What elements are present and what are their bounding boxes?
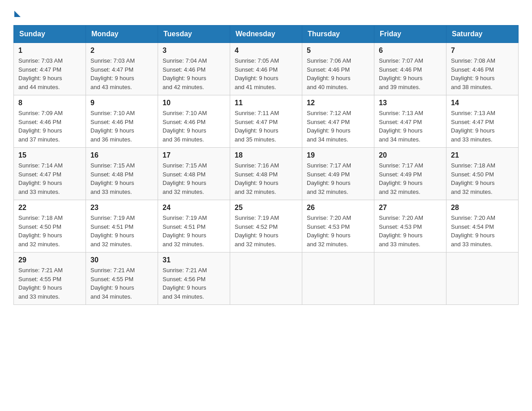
day-info: Sunrise: 7:20 AM Sunset: 4:54 PM Dayligh… xyxy=(451,214,514,248)
day-info: Sunrise: 7:19 AM Sunset: 4:51 PM Dayligh… xyxy=(163,214,225,248)
calendar-cell: 20 Sunrise: 7:17 AM Sunset: 4:49 PM Dayl… xyxy=(374,148,446,200)
calendar-cell: 28 Sunrise: 7:20 AM Sunset: 4:54 PM Dayl… xyxy=(446,200,519,253)
header-wednesday: Wednesday xyxy=(230,26,302,43)
day-number: 18 xyxy=(235,151,297,159)
calendar-cell: 5 Sunrise: 7:06 AM Sunset: 4:46 PM Dayli… xyxy=(302,43,374,95)
day-number: 7 xyxy=(451,47,514,55)
week-row-4: 22 Sunrise: 7:18 AM Sunset: 4:50 PM Dayl… xyxy=(14,200,519,253)
day-info: Sunrise: 7:17 AM Sunset: 4:49 PM Dayligh… xyxy=(307,161,369,196)
day-number: 10 xyxy=(163,99,225,107)
day-info: Sunrise: 7:18 AM Sunset: 4:50 PM Dayligh… xyxy=(18,214,81,248)
calendar-cell: 1 Sunrise: 7:03 AM Sunset: 4:47 PM Dayli… xyxy=(14,43,86,95)
day-number: 22 xyxy=(18,204,81,212)
calendar-cell: 15 Sunrise: 7:14 AM Sunset: 4:47 PM Dayl… xyxy=(14,148,86,200)
day-number: 26 xyxy=(307,204,369,212)
calendar-cell: 13 Sunrise: 7:13 AM Sunset: 4:47 PM Dayl… xyxy=(374,95,446,148)
day-info: Sunrise: 7:18 AM Sunset: 4:50 PM Dayligh… xyxy=(451,161,514,196)
calendar-cell: 9 Sunrise: 7:10 AM Sunset: 4:46 PM Dayli… xyxy=(86,95,158,148)
day-info: Sunrise: 7:03 AM Sunset: 4:47 PM Dayligh… xyxy=(90,56,153,91)
day-info: Sunrise: 7:13 AM Sunset: 4:47 PM Dayligh… xyxy=(379,109,442,144)
calendar-cell: 30 Sunrise: 7:21 AM Sunset: 4:55 PM Dayl… xyxy=(86,253,158,305)
day-number: 17 xyxy=(163,151,225,159)
week-row-2: 8 Sunrise: 7:09 AM Sunset: 4:46 PM Dayli… xyxy=(14,95,519,148)
day-info: Sunrise: 7:10 AM Sunset: 4:46 PM Dayligh… xyxy=(163,109,225,144)
calendar-cell: 10 Sunrise: 7:10 AM Sunset: 4:46 PM Dayl… xyxy=(158,95,230,148)
calendar-cell xyxy=(230,253,302,305)
day-info: Sunrise: 7:19 AM Sunset: 4:52 PM Dayligh… xyxy=(235,214,297,248)
calendar-cell: 23 Sunrise: 7:19 AM Sunset: 4:51 PM Dayl… xyxy=(86,200,158,253)
logo-triangle-icon xyxy=(14,11,21,17)
day-number: 9 xyxy=(90,99,153,107)
day-info: Sunrise: 7:10 AM Sunset: 4:46 PM Dayligh… xyxy=(90,109,153,144)
day-number: 15 xyxy=(18,151,81,159)
calendar-cell: 21 Sunrise: 7:18 AM Sunset: 4:50 PM Dayl… xyxy=(446,148,519,200)
calendar-header-row: SundayMondayTuesdayWednesdayThursdayFrid… xyxy=(14,26,519,43)
day-number: 16 xyxy=(90,151,153,159)
day-number: 23 xyxy=(90,204,153,212)
header-sunday: Sunday xyxy=(14,26,86,43)
calendar-cell xyxy=(302,253,374,305)
calendar-cell: 11 Sunrise: 7:11 AM Sunset: 4:47 PM Dayl… xyxy=(230,95,302,148)
week-row-1: 1 Sunrise: 7:03 AM Sunset: 4:47 PM Dayli… xyxy=(14,43,519,95)
day-info: Sunrise: 7:17 AM Sunset: 4:49 PM Dayligh… xyxy=(379,161,442,196)
header-monday: Monday xyxy=(86,26,158,43)
day-number: 20 xyxy=(379,151,442,159)
calendar-cell: 8 Sunrise: 7:09 AM Sunset: 4:46 PM Dayli… xyxy=(14,95,86,148)
day-number: 21 xyxy=(451,151,514,159)
day-number: 25 xyxy=(235,204,297,212)
day-info: Sunrise: 7:15 AM Sunset: 4:48 PM Dayligh… xyxy=(90,161,153,196)
day-info: Sunrise: 7:20 AM Sunset: 4:53 PM Dayligh… xyxy=(307,214,369,248)
calendar-cell: 22 Sunrise: 7:18 AM Sunset: 4:50 PM Dayl… xyxy=(14,200,86,253)
calendar-cell: 14 Sunrise: 7:13 AM Sunset: 4:47 PM Dayl… xyxy=(446,95,519,148)
header-thursday: Thursday xyxy=(302,26,374,43)
header-friday: Friday xyxy=(374,26,446,43)
day-info: Sunrise: 7:21 AM Sunset: 4:55 PM Dayligh… xyxy=(90,266,153,301)
day-number: 28 xyxy=(451,204,514,212)
header-saturday: Saturday xyxy=(446,26,519,43)
day-info: Sunrise: 7:07 AM Sunset: 4:46 PM Dayligh… xyxy=(379,56,442,91)
day-number: 13 xyxy=(379,99,442,107)
calendar-cell xyxy=(446,253,519,305)
day-info: Sunrise: 7:21 AM Sunset: 4:55 PM Dayligh… xyxy=(18,266,81,301)
calendar-cell: 18 Sunrise: 7:16 AM Sunset: 4:48 PM Dayl… xyxy=(230,148,302,200)
calendar-cell: 25 Sunrise: 7:19 AM Sunset: 4:52 PM Dayl… xyxy=(230,200,302,253)
calendar-cell: 16 Sunrise: 7:15 AM Sunset: 4:48 PM Dayl… xyxy=(86,148,158,200)
day-number: 6 xyxy=(379,47,442,55)
day-number: 31 xyxy=(163,256,225,264)
day-info: Sunrise: 7:16 AM Sunset: 4:48 PM Dayligh… xyxy=(235,161,297,196)
calendar-cell: 19 Sunrise: 7:17 AM Sunset: 4:49 PM Dayl… xyxy=(302,148,374,200)
day-number: 5 xyxy=(307,47,369,55)
calendar-cell: 2 Sunrise: 7:03 AM Sunset: 4:47 PM Dayli… xyxy=(86,43,158,95)
day-info: Sunrise: 7:09 AM Sunset: 4:46 PM Dayligh… xyxy=(18,109,81,144)
logo xyxy=(13,9,21,16)
day-info: Sunrise: 7:14 AM Sunset: 4:47 PM Dayligh… xyxy=(18,161,81,196)
day-info: Sunrise: 7:21 AM Sunset: 4:56 PM Dayligh… xyxy=(163,266,225,301)
header-tuesday: Tuesday xyxy=(158,26,230,43)
day-number: 8 xyxy=(18,99,81,107)
calendar-table: SundayMondayTuesdayWednesdayThursdayFrid… xyxy=(13,25,519,305)
day-number: 27 xyxy=(379,204,442,212)
day-number: 19 xyxy=(307,151,369,159)
day-info: Sunrise: 7:13 AM Sunset: 4:47 PM Dayligh… xyxy=(451,109,514,144)
calendar-cell: 29 Sunrise: 7:21 AM Sunset: 4:55 PM Dayl… xyxy=(14,253,86,305)
day-info: Sunrise: 7:20 AM Sunset: 4:53 PM Dayligh… xyxy=(379,214,442,248)
day-number: 11 xyxy=(235,99,297,107)
day-info: Sunrise: 7:12 AM Sunset: 4:47 PM Dayligh… xyxy=(307,109,369,144)
day-number: 2 xyxy=(90,47,153,55)
calendar-cell: 24 Sunrise: 7:19 AM Sunset: 4:51 PM Dayl… xyxy=(158,200,230,253)
week-row-3: 15 Sunrise: 7:14 AM Sunset: 4:47 PM Dayl… xyxy=(14,148,519,200)
calendar-cell: 7 Sunrise: 7:08 AM Sunset: 4:46 PM Dayli… xyxy=(446,43,519,95)
day-number: 4 xyxy=(235,47,297,55)
calendar-cell: 17 Sunrise: 7:15 AM Sunset: 4:48 PM Dayl… xyxy=(158,148,230,200)
day-info: Sunrise: 7:11 AM Sunset: 4:47 PM Dayligh… xyxy=(235,109,297,144)
calendar-cell: 6 Sunrise: 7:07 AM Sunset: 4:46 PM Dayli… xyxy=(374,43,446,95)
day-info: Sunrise: 7:05 AM Sunset: 4:46 PM Dayligh… xyxy=(235,56,297,91)
calendar-cell: 12 Sunrise: 7:12 AM Sunset: 4:47 PM Dayl… xyxy=(302,95,374,148)
day-info: Sunrise: 7:06 AM Sunset: 4:46 PM Dayligh… xyxy=(307,56,369,91)
day-info: Sunrise: 7:15 AM Sunset: 4:48 PM Dayligh… xyxy=(163,161,225,196)
day-number: 29 xyxy=(18,256,81,264)
day-number: 30 xyxy=(90,256,153,264)
day-info: Sunrise: 7:03 AM Sunset: 4:47 PM Dayligh… xyxy=(18,56,81,91)
calendar-cell: 31 Sunrise: 7:21 AM Sunset: 4:56 PM Dayl… xyxy=(158,253,230,305)
page-header xyxy=(13,9,519,16)
